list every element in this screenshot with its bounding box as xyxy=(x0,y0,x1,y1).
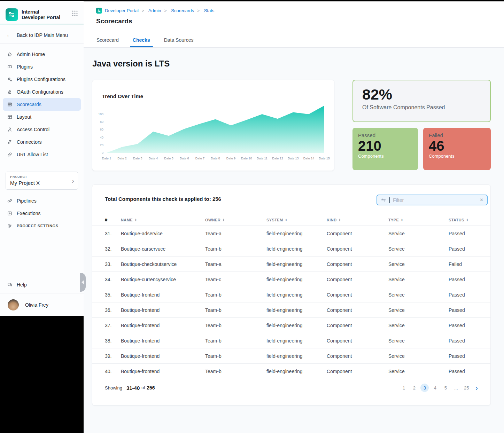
sidebar-item-oauth-configurations[interactable]: OAuth Configurations xyxy=(3,86,81,98)
clear-filter-icon[interactable]: ✕ xyxy=(480,197,483,203)
column-header-kind[interactable]: KIND ▲▼ xyxy=(327,218,388,222)
teal-divider xyxy=(0,24,84,24)
row-system: field-engineering xyxy=(266,292,327,298)
executions-icon xyxy=(7,211,13,216)
pagination-next-icon[interactable]: › xyxy=(475,384,478,391)
help-label: Help xyxy=(17,282,27,288)
sort-icon: ▲▼ xyxy=(401,218,403,221)
table-row[interactable]: 31. Boutique-adservice Team-a field-engi… xyxy=(92,226,490,241)
user-profile[interactable]: Olivia Frey xyxy=(0,293,84,316)
filter-input[interactable] xyxy=(393,197,476,203)
svg-text:Date 5: Date 5 xyxy=(164,157,173,160)
table-row[interactable]: 35. Boutique-frontend Team-b field-engin… xyxy=(92,287,490,302)
of-label: of xyxy=(141,385,145,390)
svg-text:Date 1: Date 1 xyxy=(102,157,111,160)
page-button-[interactable]: ... xyxy=(452,384,460,392)
column-header-status[interactable]: STATUS ▲▼ xyxy=(449,218,478,222)
breadcrumb-link-scorecards[interactable]: Scorecards xyxy=(161,8,194,13)
svg-text:Date 11: Date 11 xyxy=(257,157,267,160)
row-system: field-engineering xyxy=(266,246,327,252)
table-row[interactable]: 33. Boutique-checkoutservice Team-a fiel… xyxy=(92,257,490,272)
svg-text:20: 20 xyxy=(100,143,103,147)
sidebar-item-label: Scorecards xyxy=(17,102,41,107)
tab-bar: Scorecard Checks Data Sources xyxy=(96,33,193,47)
sidebar-nav: Admin Home Plugins Plugins Configuration… xyxy=(0,44,84,162)
row-owner: Team-c xyxy=(205,277,266,282)
column-header-[interactable]: # xyxy=(105,217,121,222)
area-series xyxy=(107,106,324,153)
breadcrumb: Developer Portal Admin Scorecards Stats xyxy=(96,8,214,14)
page-body: Java version is LTS 020406080100 Date 1D… xyxy=(84,48,504,433)
table-row[interactable]: 34. Boutique-currencyservice Team-c fiel… xyxy=(92,272,490,287)
row-type: Service xyxy=(388,231,449,236)
table-row[interactable]: 32. Boutique-carservuce Team-b field-eng… xyxy=(92,241,490,257)
sidebar-item-layout[interactable]: Layout xyxy=(3,111,81,123)
row-kind: Component xyxy=(327,323,388,328)
sort-icon: ▲▼ xyxy=(466,218,468,221)
row-type: Service xyxy=(388,338,449,344)
table-row[interactable]: 37. Boutique-frontend Team-b field-engin… xyxy=(92,318,490,333)
help-button[interactable]: Help xyxy=(0,276,84,293)
page-button-4[interactable]: 4 xyxy=(431,384,439,392)
failed-value: 46 xyxy=(429,138,485,153)
tab-scorecard[interactable]: Scorecard xyxy=(96,33,119,47)
apps-grid-icon[interactable] xyxy=(71,9,79,17)
sidebar-header: Internal Developer Portal xyxy=(0,1,84,24)
tab-label: Checks xyxy=(133,37,150,43)
sidebar-collapse-handle[interactable] xyxy=(80,273,86,292)
tab-data-sources[interactable]: Data Sources xyxy=(164,33,194,47)
check-title: Java version is LTS xyxy=(92,59,170,69)
total-count: 256 xyxy=(147,385,155,391)
column-header-name[interactable]: NAME ▲▼ xyxy=(121,218,205,222)
project-selector[interactable]: PROJECT My Project X › xyxy=(6,172,78,190)
column-header-owner[interactable]: OWNER ▲▼ xyxy=(205,218,266,222)
page-button-25[interactable]: 25 xyxy=(462,384,471,392)
column-header-system[interactable]: SYSTEM ▲▼ xyxy=(266,218,327,222)
table-row[interactable]: 40. Boutique-frontend Team-b field-engin… xyxy=(92,364,490,379)
sidebar-item-label: Admin Home xyxy=(17,52,45,57)
back-to-idp-main-menu[interactable]: ← Back to IDP Main Menu xyxy=(0,26,84,44)
row-name: Boutique-frontend xyxy=(121,338,205,344)
sidebar-item-connectors[interactable]: Connectors xyxy=(3,136,81,148)
breadcrumb-label: Admin xyxy=(148,8,161,13)
page-button-1[interactable]: 1 xyxy=(400,384,408,392)
sidebar-item-access-control[interactable]: Access Control xyxy=(3,123,81,136)
svg-text:40: 40 xyxy=(100,136,103,139)
breadcrumb-link-developer-portal[interactable]: Developer Portal xyxy=(105,8,139,13)
plugins-icon xyxy=(7,64,13,70)
sidebar-item-project-settings[interactable]: PROJECT SETTINGS xyxy=(3,220,81,232)
table-row[interactable]: 38. Boutique-frontend Team-b field-engin… xyxy=(92,333,490,348)
breadcrumb-link-stats[interactable]: Stats xyxy=(194,8,214,13)
row-owner: Team-b xyxy=(205,292,266,298)
row-type: Service xyxy=(388,292,449,298)
row-number: 36. xyxy=(105,307,121,313)
page-button-3[interactable]: 3 xyxy=(420,384,429,392)
column-header-type[interactable]: TYPE ▲▼ xyxy=(388,218,449,222)
sidebar-item-plugins-configurations[interactable]: Plugins Configurations xyxy=(3,73,81,86)
row-number: 39. xyxy=(105,353,121,359)
trend-chart-card: 020406080100 Date 1Date 2Date 3Date 4Dat… xyxy=(92,80,334,171)
svg-text:0: 0 xyxy=(102,151,103,155)
table-row[interactable]: 36. Boutique-frontend Team-b field-engin… xyxy=(92,302,490,318)
layout-icon xyxy=(7,114,13,120)
page-button-5[interactable]: 5 xyxy=(441,384,450,392)
row-name: Boutique-checkoutservice xyxy=(121,261,205,267)
lock-icon xyxy=(7,89,13,95)
sidebar-item-url-allow-list[interactable]: URL Allow List xyxy=(3,148,81,161)
sidebar-item-pipelines[interactable]: Pipelines xyxy=(3,195,81,207)
row-name: Boutique-frontend xyxy=(121,369,205,374)
breadcrumb-logo-icon xyxy=(96,8,102,14)
breadcrumb-link-admin[interactable]: Admin xyxy=(139,8,161,13)
sidebar-item-admin-home[interactable]: Admin Home xyxy=(3,48,81,61)
sidebar-item-plugins[interactable]: Plugins xyxy=(3,61,81,73)
sidebar-item-executions[interactable]: Executions xyxy=(3,207,81,220)
svg-text:Date 7: Date 7 xyxy=(195,157,205,160)
table-row[interactable]: 39. Boutique-frontend Team-b field-engin… xyxy=(92,348,490,364)
failed-card: Failed 46 Components xyxy=(423,128,491,170)
passed-value: 210 xyxy=(358,138,412,153)
project-name: My Project X xyxy=(10,180,73,186)
tab-checks[interactable]: Checks xyxy=(133,33,150,47)
sidebar-item-scorecards[interactable]: Scorecards xyxy=(3,98,81,111)
page-button-2[interactable]: 2 xyxy=(410,384,418,392)
breadcrumb-label: Developer Portal xyxy=(105,8,139,13)
